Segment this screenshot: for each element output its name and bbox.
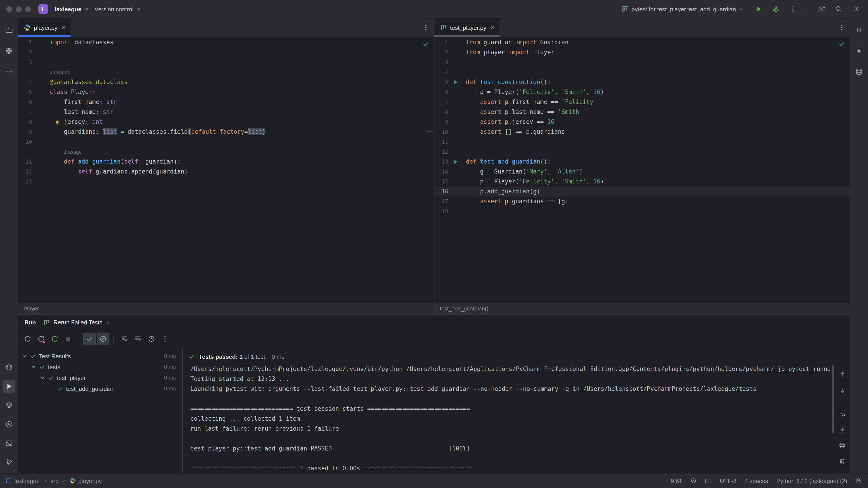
terminal-tool-button[interactable]	[3, 437, 16, 450]
run-tab-rerun-failed-tests[interactable]: Rerun Failed Tests	[43, 319, 111, 326]
console-scrollbar[interactable]	[832, 365, 834, 433]
breadcrumb-test-player[interactable]: test_add_guardian()	[434, 303, 850, 315]
collapse-all-button[interactable]	[132, 333, 144, 345]
code-line[interactable]: 8 jersey: int	[18, 117, 434, 127]
code-line[interactable]: 17 assert p.guardians == [g]	[434, 197, 850, 206]
window-zoom-button[interactable]	[25, 6, 31, 12]
code-line[interactable]: 9 assert p.jersey == 16	[434, 117, 850, 127]
show-passed-toggle[interactable]	[84, 333, 95, 345]
indent-widget[interactable]: 4 spaces	[745, 477, 768, 484]
readonly-lock-widget[interactable]	[855, 478, 862, 484]
rerun-button[interactable]	[22, 333, 33, 345]
code-line[interactable]: 5def test_construction():	[434, 77, 850, 87]
version-control-button[interactable]	[3, 456, 16, 468]
inspections-ok-icon[interactable]	[838, 40, 845, 47]
code-line[interactable]: 13def test_add_guardian():	[434, 157, 850, 167]
toggle-auto-test-button[interactable]	[49, 333, 61, 345]
run-test-gutter-icon[interactable]	[453, 79, 458, 85]
code-line[interactable]: 2from player import Player	[434, 47, 850, 57]
scroll-up-button[interactable]	[836, 369, 848, 381]
more-tool-windows-button[interactable]	[3, 66, 16, 78]
test-tree-item[interactable]: tests0 ms	[22, 361, 182, 372]
run-test-gutter-icon[interactable]	[453, 159, 458, 164]
status-indicator-widget[interactable]	[690, 478, 697, 484]
print-button[interactable]	[836, 440, 848, 451]
code-line[interactable]: 9 guardians: list = dataclasses.field(de…	[18, 127, 434, 137]
python-packages-button[interactable]	[3, 361, 16, 374]
code-line[interactable]: 12	[434, 147, 850, 157]
usages-inlay-line[interactable]: 3 usages	[18, 67, 434, 77]
code-line[interactable]: 3	[434, 57, 850, 67]
show-ignored-toggle[interactable]	[97, 333, 109, 345]
services-tool-button[interactable]	[3, 399, 16, 412]
vcs-menu-button[interactable]: Version control	[92, 4, 144, 14]
test-tree-item[interactable]: test_player0 ms	[22, 372, 182, 383]
python-console-button[interactable]	[3, 418, 16, 431]
rerun-failed-tests-button[interactable]	[35, 333, 47, 345]
tab-options-button[interactable]	[838, 24, 845, 31]
chevron-down-icon[interactable]	[22, 353, 27, 359]
nav-crumb-file[interactable]: player.py	[78, 477, 102, 484]
test-tree-item[interactable]: test_add_guardian0 ms	[22, 383, 182, 394]
code-line[interactable]: 13	[18, 177, 434, 187]
run-button[interactable]	[753, 3, 765, 15]
inspections-ok-icon[interactable]	[422, 40, 429, 47]
code-line[interactable]: 4@dataclasses.dataclass	[18, 77, 434, 87]
expand-all-button[interactable]	[119, 333, 130, 345]
code-line[interactable]: 7 last_name: str	[18, 107, 434, 117]
code-line[interactable]: 10 assert [] == p.guardians	[434, 127, 850, 137]
run-toolwindow-title[interactable]: Run	[24, 319, 36, 326]
debug-button[interactable]	[770, 3, 782, 15]
line-separator-widget[interactable]: LF	[705, 477, 712, 484]
code-line[interactable]: 4	[434, 67, 850, 77]
run-configuration-selector[interactable]: pytest for test_player.test_add_guardian	[618, 4, 747, 14]
window-close-button[interactable]	[6, 6, 12, 12]
tab-options-button[interactable]	[422, 24, 429, 31]
scroll-down-button[interactable]	[836, 385, 848, 396]
close-tab-icon[interactable]	[61, 25, 66, 30]
code-line[interactable]: 6 p = Player('Felicity', 'Smith', 16)	[434, 87, 850, 97]
code-line[interactable]: 3	[18, 57, 434, 67]
console-output[interactable]: /Users/helenscott/PycharmProjects/laxlea…	[190, 364, 835, 473]
code-line[interactable]: 14 g = Guardian('Mary', 'Allen')	[434, 167, 850, 177]
database-button[interactable]	[852, 66, 865, 78]
usages-inlay[interactable]: 3 usages	[50, 67, 70, 77]
code-line[interactable]: 18	[434, 206, 850, 217]
window-minimize-button[interactable]	[16, 6, 22, 12]
code-editor-player[interactable]: 1import dataclasses233 usages4@dataclass…	[18, 37, 434, 303]
soft-wrap-button[interactable]	[836, 408, 848, 420]
interpreter-widget[interactable]: Python 3.12 (laxleague) (2)	[776, 477, 847, 484]
stop-button[interactable]	[62, 333, 74, 345]
caret-position-widget[interactable]: 9:61	[671, 477, 682, 484]
nav-crumb-project[interactable]: laxleague	[14, 477, 39, 484]
run-tool-button[interactable]	[3, 380, 16, 393]
project-selector[interactable]: laxleague	[52, 4, 92, 14]
code-line[interactable]: 16 p.add_guardian(g)	[434, 187, 850, 197]
code-line[interactable]: 2	[18, 47, 434, 57]
code-line[interactable]: 8 assert p.last_name == 'Smith'	[434, 107, 850, 117]
code-line[interactable]: 11 def add_guardian(self, guardian):	[18, 157, 434, 167]
tab-player-py[interactable]: player.py	[18, 19, 70, 37]
test-tree-item[interactable]: Test Results0 ms	[22, 351, 182, 361]
code-editor-test-player[interactable]: 1from guardian import Guardian2from play…	[434, 37, 850, 303]
encoding-widget[interactable]: UTF-8	[720, 477, 737, 484]
code-with-me-button[interactable]	[815, 3, 827, 15]
more-options-button[interactable]	[159, 333, 171, 345]
code-line[interactable]: 6 first_name: str	[18, 97, 434, 107]
code-line[interactable]: 1from guardian import Guardian	[434, 37, 850, 47]
search-everywhere-button[interactable]	[833, 3, 844, 15]
code-line[interactable]: 11	[434, 137, 850, 147]
code-line[interactable]: 15 p = Player('Felicity', 'Smith', 16)	[434, 177, 850, 187]
code-line[interactable]: 10	[18, 137, 434, 147]
breadcrumb-player[interactable]: Player	[18, 303, 434, 315]
notifications-button[interactable]	[852, 24, 865, 37]
code-line[interactable]: 12 self.guardians.append(guardian)	[18, 167, 434, 177]
project-tool-button[interactable]	[3, 24, 16, 37]
tab-test-player-py[interactable]: test_player.py	[434, 19, 499, 37]
code-line[interactable]: 7 assert p.first_name == 'Felicity'	[434, 97, 850, 107]
usages-inlay[interactable]: 1 usage	[50, 147, 82, 157]
sort-by-duration-button[interactable]	[146, 333, 157, 345]
usages-inlay-line[interactable]: 1 usage	[18, 147, 434, 157]
close-tab-icon[interactable]	[105, 320, 111, 325]
structure-tool-button[interactable]	[3, 45, 16, 57]
